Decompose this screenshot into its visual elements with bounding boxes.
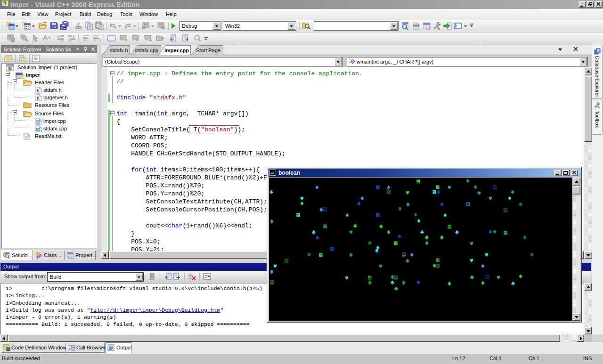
svg-text:imper.cpp: imper.cpp: [164, 48, 189, 53]
svg-text:h: h: [37, 89, 40, 93]
svg-text:stdafx.cpp: stdafx.cpp: [135, 48, 158, 53]
svg-text:C++: C++: [37, 128, 41, 131]
svg-text:stdafx.h: stdafx.h: [110, 48, 128, 53]
svg-text:Start Page: Start Page: [196, 48, 220, 53]
svg-text:h: h: [37, 96, 40, 101]
svg-text:C++: C++: [37, 121, 41, 123]
